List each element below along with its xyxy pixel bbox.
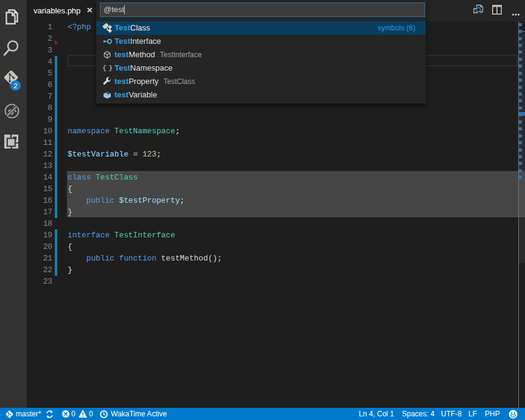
svg-text:2: 2 bbox=[13, 82, 17, 89]
